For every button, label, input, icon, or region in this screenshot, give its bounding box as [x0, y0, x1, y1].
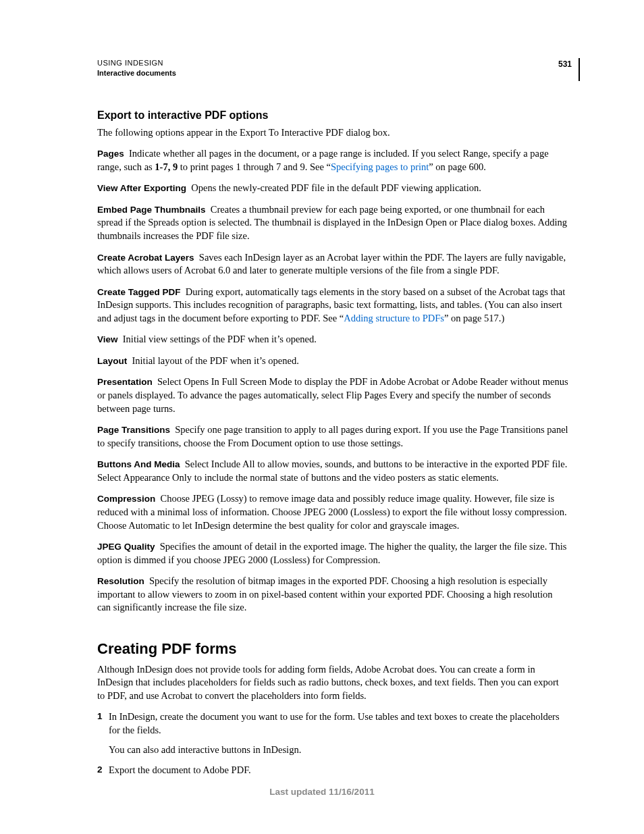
- step-subtext: You can also add interactive buttons in …: [109, 744, 568, 757]
- list-item: 2 Export the document to Adobe PDF.: [97, 764, 568, 777]
- option-text: to print pages 1 through 7 and 9. See “: [178, 161, 331, 172]
- list-item: 1 In InDesign, create the document you w…: [97, 710, 568, 757]
- link-specifying-pages[interactable]: Specifying pages to print: [331, 161, 429, 172]
- option-layout: Layout Initial layout of the PDF when it…: [97, 355, 568, 368]
- page-footer: Last updated 11/16/2011: [0, 787, 644, 797]
- option-text: Initial view settings of the PDF when it…: [123, 334, 317, 344]
- page-number: 531: [558, 58, 580, 81]
- option-create-acrobat-layers: Create Acrobat Layers Saves each InDesig…: [97, 251, 568, 278]
- option-pages: Pages Indicate whether all pages in the …: [97, 147, 568, 174]
- option-jpeg-quality: JPEG Quality Specifies the amount of det…: [97, 540, 568, 567]
- section-intro: The following options appear in the Expo…: [97, 126, 568, 140]
- option-label: Resolution: [97, 576, 144, 586]
- section-title-creating-forms: Creating PDF forms: [97, 639, 568, 659]
- option-text: Choose JPEG (Lossy) to remove image data…: [97, 493, 567, 530]
- option-label: Buttons And Media: [97, 459, 180, 469]
- step-text: Export the document to Adobe PDF.: [109, 764, 568, 777]
- section-intro: Although InDesign does not provide tools…: [97, 663, 568, 703]
- header-breadcrumb: USING INDESIGN Interactive documents: [97, 58, 176, 79]
- option-label: Create Tagged PDF: [97, 287, 181, 297]
- steps-list: 1 In InDesign, create the document you w…: [97, 710, 568, 777]
- step-number: 1: [97, 710, 109, 757]
- option-create-tagged-pdf: Create Tagged PDF During export, automat…: [97, 286, 568, 325]
- step-number: 2: [97, 764, 109, 777]
- option-label: View After Exporting: [97, 183, 186, 193]
- option-text: ” on page 600.: [429, 161, 486, 172]
- option-text: ” on page 517.): [444, 313, 504, 323]
- option-label: Create Acrobat Layers: [97, 253, 194, 263]
- option-label: View: [97, 334, 118, 344]
- step-text: In InDesign, create the document you wan…: [109, 710, 568, 737]
- header-line1: USING INDESIGN: [97, 58, 176, 68]
- page-header: USING INDESIGN Interactive documents 531: [97, 58, 580, 81]
- option-text: Opens the newly-created PDF file in the …: [191, 182, 481, 193]
- option-bold: 1-7, 9: [155, 161, 178, 172]
- option-label: Page Transitions: [97, 425, 170, 435]
- option-label: JPEG Quality: [97, 542, 155, 552]
- step-body: In InDesign, create the document you wan…: [109, 710, 568, 757]
- option-view: View Initial view settings of the PDF wh…: [97, 333, 568, 346]
- option-presentation: Presentation Select Opens In Full Screen…: [97, 375, 568, 415]
- option-view-after-exporting: View After Exporting Opens the newly-cre…: [97, 182, 568, 195]
- option-buttons-and-media: Buttons And Media Select Include All to …: [97, 458, 568, 484]
- option-label: Pages: [97, 149, 124, 159]
- option-resolution: Resolution Specify the resolution of bit…: [97, 575, 568, 615]
- option-text: Initial layout of the PDF when it’s open…: [132, 355, 299, 366]
- page-content: Export to interactive PDF options The fo…: [97, 108, 568, 784]
- option-label: Compression: [97, 494, 155, 504]
- option-label: Layout: [97, 356, 127, 366]
- step-body: Export the document to Adobe PDF.: [109, 764, 568, 777]
- option-label: Presentation: [97, 377, 153, 387]
- section-title-export-options: Export to interactive PDF options: [97, 108, 568, 123]
- option-text: Specifies the amount of detail in the ex…: [97, 541, 566, 565]
- option-text: Select Opens In Full Screen Mode to disp…: [97, 376, 568, 413]
- option-compression: Compression Choose JPEG (Lossy) to remov…: [97, 492, 568, 532]
- option-embed-thumbnails: Embed Page Thumbnails Creates a thumbnai…: [97, 203, 568, 243]
- header-line2: Interactive documents: [97, 68, 176, 78]
- link-adding-structure[interactable]: Adding structure to PDFs: [344, 313, 444, 323]
- option-page-transitions: Page Transitions Specify one page transi…: [97, 423, 568, 450]
- option-text: Specify the resolution of bitmap images …: [97, 575, 553, 613]
- option-label: Embed Page Thumbnails: [97, 205, 206, 215]
